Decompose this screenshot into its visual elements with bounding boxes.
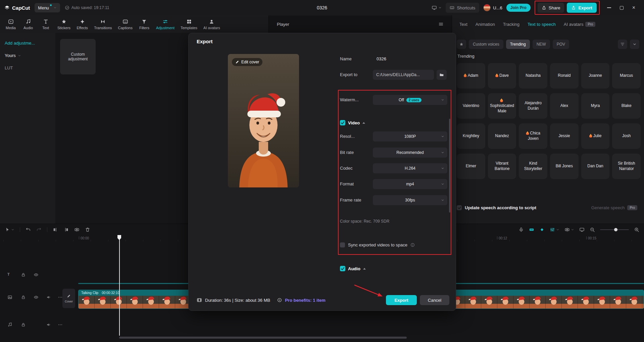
redo-icon[interactable] <box>36 227 42 232</box>
ribbon-tab-templates[interactable]: Templates <box>178 15 200 33</box>
browse-folder-button[interactable] <box>437 70 447 80</box>
lock-icon[interactable] <box>21 322 26 327</box>
trim-left-icon[interactable] <box>53 227 58 232</box>
tab-text-to-speech[interactable]: Text to speech <box>528 22 556 27</box>
lock-icon[interactable] <box>21 272 26 277</box>
timeline-scrollbar[interactable] <box>119 337 407 339</box>
dialog-scrollbar[interactable] <box>449 119 450 213</box>
voice-card-jessie[interactable]: Jessie <box>550 123 579 149</box>
codec-dropdown[interactable]: H.264 <box>373 163 447 173</box>
shortcuts-button[interactable]: Shortcuts <box>446 3 479 13</box>
pro-benefits-link[interactable]: Pro benefits: 1 item <box>285 298 326 303</box>
tab-text[interactable]: Text <box>459 22 467 27</box>
playhead[interactable] <box>117 235 121 336</box>
favorites-star-button[interactable] <box>457 40 466 49</box>
export-path-field[interactable]: C:/Users/DELL/AppDa... <box>373 70 434 80</box>
chip-custom-voices[interactable]: Custom voices <box>469 40 503 49</box>
tab-tracking[interactable]: Tracking <box>503 22 519 27</box>
audio-track-icon[interactable] <box>7 322 12 327</box>
voice-card-bill-jones[interactable]: Bill Jones <box>550 154 579 179</box>
voice-card-chica-joven[interactable]: Chica Joven <box>519 123 547 149</box>
voice-card-vibrant-baritone[interactable]: Vibrant Baritone <box>488 154 516 179</box>
edit-tools-icon[interactable] <box>564 227 570 232</box>
voice-card-sir-british-narrator[interactable]: Sir British Narrator <box>612 154 641 179</box>
ribbon-tab-media[interactable]: Media <box>2 15 19 33</box>
eye-icon[interactable] <box>34 295 39 300</box>
resol-dropdown[interactable]: 1080P <box>373 131 447 141</box>
ribbon-tab-transitions[interactable]: Transitions <box>91 15 115 33</box>
voice-card-ronald[interactable]: Ronald <box>550 63 579 89</box>
voice-card-valentino[interactable]: Valentino <box>457 93 485 119</box>
format-dropdown[interactable]: mp4 <box>373 179 447 189</box>
ribbon-tab-stickers[interactable]: Stickers <box>54 15 73 33</box>
voice-card-myra[interactable]: Myra <box>581 93 610 119</box>
chip-new[interactable]: NEW <box>533 40 550 49</box>
ribbon-tab-effects[interactable]: Effects <box>73 15 91 33</box>
mute-track-icon[interactable] <box>46 322 51 327</box>
custom-adjustment-card[interactable]: Custom adjustment <box>60 39 96 74</box>
voice-card-adam[interactable]: Adam <box>457 63 485 89</box>
ribbon-tab-ai-avatars[interactable]: AI avatars <box>200 15 223 33</box>
trim-right-icon[interactable] <box>63 227 69 232</box>
tab-animation[interactable]: Animation <box>476 22 495 27</box>
share-button[interactable]: Share <box>538 3 564 13</box>
join-pro-button[interactable]: Join Pro <box>506 4 531 12</box>
collapse-video-icon[interactable] <box>362 122 365 124</box>
zoom-in-icon[interactable] <box>634 227 639 232</box>
voice-card-josh[interactable]: Josh <box>612 123 641 149</box>
undo-icon[interactable] <box>26 227 31 232</box>
watermark-dropdown[interactable]: Off 2 uses <box>373 95 447 105</box>
minimize-button[interactable] <box>607 7 611 8</box>
chip-trending[interactable]: Trending <box>506 40 530 49</box>
name-value[interactable]: 0326 <box>377 56 386 61</box>
split-icon[interactable] <box>74 227 80 232</box>
voice-card-natasha[interactable]: Natasha <box>519 63 547 89</box>
voice-card-blake[interactable]: Blake <box>612 93 641 119</box>
ribbon-tab-captions[interactable]: Captions <box>115 15 136 33</box>
user-account[interactable]: U...6 <box>483 4 502 11</box>
tab-ai-avatars[interactable]: AI avatarsPro <box>564 22 595 27</box>
video-checkbox[interactable] <box>340 120 345 125</box>
voice-card-knightley[interactable]: Knightley <box>457 123 485 149</box>
ribbon-tab-audio[interactable]: Audio <box>19 15 37 33</box>
voice-card-kind-storyteller[interactable]: Kind Storyteller <box>519 154 547 179</box>
audio-checkbox[interactable] <box>340 266 345 271</box>
voice-card-alex[interactable]: Alex <box>550 93 579 119</box>
track-more-icon[interactable] <box>58 322 63 327</box>
sidebar-item-add-adjustment[interactable]: Add adjustme... <box>0 37 55 49</box>
chevron-down-icon[interactable] <box>556 228 559 231</box>
zoom-out-icon[interactable] <box>590 227 595 232</box>
cover-button[interactable]: Cover <box>62 289 75 308</box>
audio-mixer-icon[interactable] <box>550 227 555 232</box>
sidebar-item-yours[interactable]: Yours <box>0 49 55 62</box>
generate-speech-button[interactable]: Generate speech <box>591 205 625 210</box>
collapse-audio-icon[interactable] <box>363 268 366 270</box>
delete-icon[interactable] <box>85 227 90 232</box>
chevron-down-icon[interactable] <box>11 228 14 231</box>
sync-checkbox[interactable] <box>340 242 345 247</box>
ribbon-tab-filters[interactable]: Filters <box>136 15 153 33</box>
lock-icon[interactable] <box>21 295 26 300</box>
auto-captions-icon[interactable] <box>529 227 534 232</box>
eye-icon[interactable] <box>34 272 39 277</box>
chevron-down-icon[interactable] <box>571 228 574 231</box>
sidebar-item-lut[interactable]: LUT <box>0 62 55 74</box>
voice-card-elmer[interactable]: Elmer <box>457 154 485 179</box>
voice-card-alejandro-dur-n[interactable]: Alejandro Durán <box>519 93 547 119</box>
voice-card-dave[interactable]: Dave <box>488 63 516 89</box>
ribbon-tab-text[interactable]: Text <box>37 15 54 33</box>
sort-button[interactable] <box>618 40 627 49</box>
voice-card-sophisticated-male[interactable]: Sophisticated Male <box>488 93 516 119</box>
text-track-icon[interactable]: T <box>7 272 10 276</box>
bit-rate-dropdown[interactable]: Recommended <box>373 148 447 158</box>
voice-card-marcus[interactable]: Marcus <box>612 63 641 89</box>
mute-track-icon[interactable] <box>46 295 51 300</box>
update-speech-checkbox[interactable] <box>457 205 462 210</box>
video-track-icon[interactable] <box>7 295 12 300</box>
edit-cover-button[interactable]: Edit cover <box>232 58 262 66</box>
voice-card-julie[interactable]: Julie <box>581 123 610 149</box>
voice-card-joanne[interactable]: Joanne <box>581 63 610 89</box>
preview-axis-icon[interactable] <box>579 227 585 232</box>
select-tool-icon[interactable] <box>5 227 10 232</box>
record-voiceover-icon[interactable] <box>518 227 524 232</box>
